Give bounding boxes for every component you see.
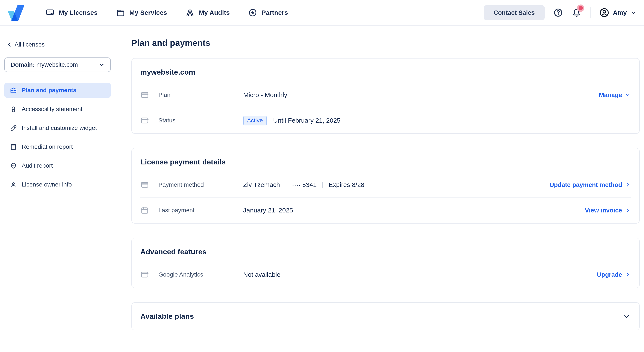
page-title: Plan and payments [132,38,640,48]
sidebar-item-license-owner-info[interactable]: License owner info [4,177,111,192]
notification-badge [578,6,583,10]
nav-item-partners[interactable]: Partners [248,8,288,17]
domain-selector-prefix: Domain: [11,61,35,68]
shield-check-icon [10,162,17,169]
pencil-icon [10,125,17,132]
chevron-right-icon [625,207,631,213]
chevron-right-icon [625,272,631,278]
manage-label: Manage [599,92,622,99]
credit-card-icon [140,91,149,99]
brand-logo[interactable] [6,4,25,21]
nav-item-my-licenses[interactable]: My Licenses [46,8,98,17]
user-name: Amy [613,9,627,16]
sidebar-item-accessibility-statement[interactable]: Accessibility statement [4,102,111,117]
sidebar-item-install-widget[interactable]: Install and customize widget [4,121,111,136]
credit-card-icon [140,116,149,125]
nav-item-label: My Licenses [59,9,98,16]
payment-method-label: Payment method [158,181,243,188]
sidebar-item-label: License owner info [22,181,72,188]
domain-selector[interactable]: Domain: mywebsite.com [4,57,111,72]
sidebar-item-plan-and-payments[interactable]: Plan and payments [4,83,111,98]
sidebar: All licenses Domain: mywebsite.com Plan … [0,26,127,352]
folder-icon [116,8,125,17]
payment-details-card: License payment details Payment method Z… [132,148,640,224]
value-separator: | [322,181,324,188]
cardholder-name: Ziv Tzemach [243,181,280,188]
chevron-left-icon [6,41,13,48]
plan-row: Plan Micro - Monthly Manage [140,82,631,108]
licenses-icon [46,8,54,17]
domain-selector-domain: mywebsite.com [36,61,78,68]
chevron-down-icon [625,92,631,98]
file-text-icon [10,143,17,151]
card-expiry: Expires 8/28 [329,181,364,188]
domain-card-title: mywebsite.com [140,68,631,76]
advanced-features-card: Advanced features Google Analytics Not a… [132,238,640,288]
page: My Licenses My Services My Audits Partne… [0,0,644,352]
domain-card: mywebsite.com Plan Micro - Monthly Manag… [132,58,640,134]
available-plans-card[interactable]: Available plans [132,302,640,330]
brand-logo-icon [6,4,25,21]
payment-method-row: Payment method Ziv Tzemach | ···· 5341 |… [140,172,631,197]
top-bar-actions: Contact Sales Amy [484,5,637,20]
award-icon [10,106,17,113]
chevron-right-icon [625,182,631,188]
chevron-down-icon [98,61,105,68]
avatar-icon [599,7,610,18]
help-icon[interactable] [553,8,563,17]
google-analytics-label: Google Analytics [158,271,243,278]
nav-item-my-services[interactable]: My Services [116,8,167,17]
calendar-icon [140,206,149,215]
value-separator: | [285,181,287,188]
user-menu[interactable]: Amy [599,7,637,18]
sidebar-item-label: Plan and payments [22,87,76,94]
sidebar-item-label: Audit report [22,162,53,169]
upgrade-link[interactable]: Upgrade [597,271,631,278]
chevron-down-icon [630,9,637,16]
view-invoice-link[interactable]: View invoice [585,207,631,214]
sidebar-item-audit-report[interactable]: Audit report [4,158,111,173]
update-payment-method-label: Update payment method [550,181,622,188]
chevron-down-icon [622,312,631,321]
payment-method-value: Ziv Tzemach | ···· 5341 | Expires 8/28 [243,181,364,188]
sidebar-item-label: Install and customize widget [22,125,97,131]
briefcase-icon [10,87,17,94]
plans-card-title: Available plans [140,312,194,321]
sidebar-item-label: Accessibility statement [22,106,82,113]
manage-dropdown[interactable]: Manage [599,92,631,99]
notifications-bell-icon[interactable] [572,8,582,17]
upgrade-label: Upgrade [597,271,622,278]
user-icon [10,181,17,188]
credit-card-icon [140,180,149,189]
main-nav: My Licenses My Services My Audits Partne… [46,8,288,17]
credit-card-icon [140,270,149,279]
nav-item-my-audits[interactable]: My Audits [186,8,230,17]
top-bar-divider [590,7,590,18]
star-circle-icon [248,8,257,17]
nav-item-label: Partners [262,9,288,16]
sidebar-item-remediation-report[interactable]: Remediation report [4,139,111,154]
features-card-title: Advanced features [140,248,631,256]
top-bar: My Licenses My Services My Audits Partne… [0,0,644,26]
plan-label: Plan [158,92,243,98]
last-payment-label: Last payment [158,207,243,214]
domain-selector-value: Domain: mywebsite.com [11,61,78,68]
view-invoice-label: View invoice [585,207,622,214]
back-link-label: All licenses [14,41,45,48]
sidebar-nav: Plan and payments Accessibility statemen… [4,83,111,192]
card-last4: ···· 5341 [292,181,317,188]
google-analytics-value: Not available [243,271,280,278]
update-payment-method-link[interactable]: Update payment method [550,181,631,188]
contact-sales-button[interactable]: Contact Sales [484,5,544,20]
plan-value: Micro - Monthly [243,91,287,99]
audits-icon [186,8,194,17]
back-link[interactable]: All licenses [6,41,111,48]
last-payment-row: Last payment January 21, 2025 View invoi… [140,197,631,223]
payment-card-title: License payment details [140,158,631,166]
google-analytics-row: Google Analytics Not available Upgrade [140,262,631,287]
status-value: Until February 21, 2025 [273,117,341,124]
last-payment-value: January 21, 2025 [243,207,293,214]
sidebar-item-label: Remediation report [22,143,73,150]
status-badge: Active [243,116,267,125]
nav-item-label: My Services [130,9,167,16]
